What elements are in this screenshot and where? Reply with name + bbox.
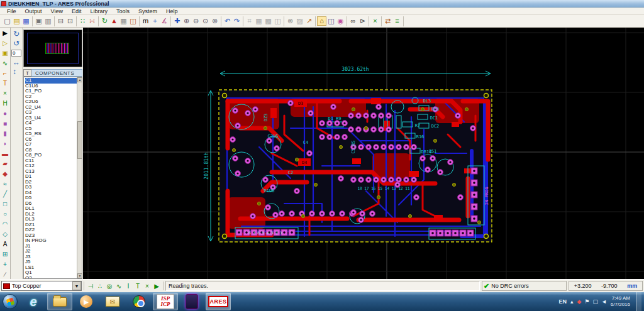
component-list-item[interactable]: D4: [25, 190, 82, 196]
trace-mode-icon[interactable]: ∿: [1, 58, 10, 68]
menu-view[interactable]: View: [47, 8, 67, 14]
component-list-item[interactable]: C7: [25, 142, 82, 148]
zone-tool-icon[interactable]: T: [133, 281, 142, 290]
design-rule-icon[interactable]: ≡: [392, 16, 402, 26]
layer-selector[interactable]: Top Copper ▼: [1, 281, 82, 291]
component-list-item[interactable]: IN PROG: [25, 238, 82, 244]
scroll-up-button[interactable]: ▲: [77, 77, 82, 82]
via-tool-icon[interactable]: Ⅰ: [124, 281, 133, 290]
component-list[interactable]: C1C1U6C1_POC2C2U6C2_U4C3C3_U4C4C5C5_RSC6…: [23, 77, 82, 279]
redo-icon[interactable]: ↷: [232, 16, 242, 26]
smd-polygon-pad-icon[interactable]: ▰: [1, 158, 10, 168]
flip-horizontal-icon[interactable]: ↔: [13, 58, 20, 67]
component-list-item[interactable]: D5: [25, 195, 82, 201]
angle-icon[interactable]: ∡: [160, 16, 169, 26]
ratsnest-mode-icon[interactable]: ×: [370, 16, 380, 26]
component-list-item[interactable]: C5_RS: [25, 131, 82, 137]
zone-mode-icon[interactable]: T: [1, 78, 10, 88]
title-bar[interactable]: DIEUKHIEN_TLP - ARES Professional: [0, 0, 644, 8]
block-copy-icon[interactable]: ⌗: [245, 16, 254, 26]
layer-dropdown-arrow[interactable]: ▼: [72, 281, 81, 290]
menu-file[interactable]: File: [3, 8, 21, 14]
round-pad-tool-icon[interactable]: ◎: [105, 281, 114, 290]
origin-icon[interactable]: +: [150, 16, 160, 26]
scroll-down-button[interactable]: ▼: [77, 273, 82, 278]
cursor-tool-icon[interactable]: ▶: [152, 281, 161, 290]
pan-icon[interactable]: ✚: [172, 16, 182, 26]
action-center-icon[interactable]: ⚑: [584, 298, 589, 305]
pcb-editor-canvas[interactable]: 3023.62th2011.81thDL3R23DC1R7DC2R16DB14Q…: [83, 28, 644, 279]
taskbar-isp-programmer[interactable]: ISP ICP: [153, 293, 178, 310]
component-list-item[interactable]: J3: [25, 254, 82, 260]
export-icon[interactable]: ▥: [43, 16, 53, 26]
auto-via-icon[interactable]: ◉: [336, 16, 345, 26]
padstack-icon[interactable]: ◆: [1, 168, 10, 178]
menu-library[interactable]: Library: [86, 8, 112, 14]
component-list-item[interactable]: C3_U4: [25, 116, 82, 121]
taskbar-internet-explorer[interactable]: e: [21, 293, 46, 310]
graphics-box-icon[interactable]: □: [1, 199, 10, 209]
menu-tools[interactable]: Tools: [112, 8, 134, 14]
save-file-icon[interactable]: ▦: [21, 16, 31, 26]
flip-icon[interactable]: ▲: [109, 16, 119, 26]
zoom-area-icon[interactable]: ⊙: [201, 16, 210, 26]
package-browser-icon[interactable]: ∺: [87, 16, 97, 26]
menu-help[interactable]: Help: [162, 8, 182, 14]
component-mode-icon[interactable]: ▷: [1, 38, 10, 48]
print-area-icon[interactable]: ⊡: [65, 16, 75, 26]
connectivity-highlight-icon[interactable]: H: [1, 98, 10, 108]
block-move-icon[interactable]: ▦: [254, 16, 264, 26]
square-pad-icon[interactable]: ■: [1, 118, 10, 128]
dil-pad-icon[interactable]: ▮: [1, 128, 10, 138]
goto-icon[interactable]: ⊳: [358, 16, 367, 26]
component-list-item[interactable]: C13: [25, 169, 82, 175]
redraw-icon[interactable]: ↻: [100, 16, 109, 26]
taskbar-ares[interactable]: ARES: [206, 293, 231, 310]
taskbar-chrome[interactable]: [126, 293, 152, 310]
zoom-out-icon[interactable]: ⊖: [191, 16, 201, 26]
component-list-item[interactable]: C2_U4: [25, 105, 82, 111]
zoom-in-icon[interactable]: ⊕: [182, 16, 191, 26]
component-list-item[interactable]: C1_PO: [25, 89, 82, 94]
auto-router-icon[interactable]: ⇄: [383, 16, 392, 26]
network-tray-icon[interactable]: ▢: [592, 298, 598, 305]
layers-icon[interactable]: ◫: [128, 16, 138, 26]
undo-icon[interactable]: ↶: [223, 16, 232, 26]
component-list-item[interactable]: C4: [25, 121, 82, 126]
list-scrollbar[interactable]: ▲ ▼: [77, 77, 82, 278]
print-icon[interactable]: ⊟: [56, 16, 65, 26]
auto-track-necking-icon[interactable]: ◫: [326, 16, 336, 26]
follow-me-icon[interactable]: ⌐: [1, 68, 10, 78]
component-list-item[interactable]: J2: [25, 249, 82, 254]
menu-edit[interactable]: Edit: [67, 8, 86, 14]
volume-tray-icon[interactable]: ◄: [601, 298, 607, 305]
text-mode-icon[interactable]: A: [1, 239, 10, 249]
pick-icon[interactable]: ▨: [295, 16, 304, 26]
dimension-mode-icon[interactable]: ∕: [1, 269, 10, 279]
component-list-item[interactable]: J1: [25, 244, 82, 249]
graphics-path-icon[interactable]: ◇: [1, 229, 10, 239]
block-delete-icon[interactable]: ◫: [273, 16, 282, 26]
marker-mode-icon[interactable]: +: [1, 259, 10, 269]
component-list-item[interactable]: Q1: [25, 270, 82, 276]
pad-snap-icon[interactable]: ∴: [96, 281, 104, 290]
ratsnest-icon[interactable]: ×: [1, 88, 10, 98]
zoom-all-icon[interactable]: ⊚: [210, 16, 219, 26]
flip-vertical-icon[interactable]: ↕: [13, 67, 20, 77]
round-pad-icon[interactable]: ●: [1, 108, 10, 118]
symbol-mode-icon[interactable]: ⊞: [1, 249, 10, 259]
taskbar-media-player[interactable]: ▶: [74, 293, 99, 310]
search-icon[interactable]: ∞: [348, 16, 358, 26]
graphics-line-icon[interactable]: ╱: [1, 188, 10, 199]
selector-toggle-button[interactable]: T: [23, 69, 31, 77]
metric-icon[interactable]: m: [141, 16, 150, 26]
new-file-icon[interactable]: ▢: [3, 16, 12, 26]
language-indicator[interactable]: EN: [558, 298, 567, 305]
package-mode-icon[interactable]: ▣: [1, 48, 10, 58]
edge-pad-icon[interactable]: ◗: [1, 138, 10, 148]
marker-icon[interactable]: ∷: [78, 16, 87, 26]
scroll-thumb[interactable]: [77, 121, 82, 159]
layer-colours-icon[interactable]: ≈: [1, 178, 10, 188]
taskbar-explorer[interactable]: [47, 293, 72, 310]
taskbar-outlook[interactable]: ✉: [100, 293, 125, 310]
